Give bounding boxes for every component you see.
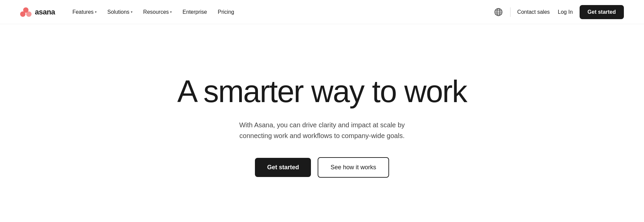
nav-link-resources[interactable]: Resources ▾ bbox=[139, 6, 176, 18]
get-started-nav-button[interactable]: Get started bbox=[580, 5, 624, 19]
nav-link-features-label: Features bbox=[72, 9, 94, 15]
nav-link-solutions-label: Solutions bbox=[107, 9, 129, 15]
hero-section: A smarter way to work With Asana, you ca… bbox=[0, 24, 644, 222]
nav-link-pricing-label: Pricing bbox=[218, 9, 234, 15]
nav-divider bbox=[510, 7, 511, 17]
globe-icon bbox=[494, 8, 503, 16]
nav-link-pricing[interactable]: Pricing bbox=[214, 6, 238, 18]
asana-logo-icon bbox=[20, 7, 32, 17]
navbar: asana Features ▾ Solutions ▾ Resources ▾… bbox=[0, 0, 644, 24]
log-in-link[interactable]: Log In bbox=[556, 6, 574, 18]
get-started-hero-button[interactable]: Get started bbox=[255, 158, 311, 177]
nav-right: Contact sales Log In Get started bbox=[492, 5, 624, 19]
nav-link-features[interactable]: Features ▾ bbox=[68, 6, 101, 18]
logo[interactable]: asana bbox=[20, 7, 55, 17]
nav-link-enterprise[interactable]: Enterprise bbox=[178, 6, 211, 18]
nav-links: Features ▾ Solutions ▾ Resources ▾ Enter… bbox=[68, 6, 238, 18]
svg-point-2 bbox=[23, 7, 29, 13]
nav-link-solutions[interactable]: Solutions ▾ bbox=[103, 6, 137, 18]
chevron-down-icon: ▾ bbox=[170, 10, 172, 14]
nav-link-resources-label: Resources bbox=[143, 9, 169, 15]
language-selector-button[interactable] bbox=[492, 6, 505, 18]
contact-sales-link[interactable]: Contact sales bbox=[516, 6, 551, 18]
logo-text: asana bbox=[35, 8, 55, 16]
nav-left: asana Features ▾ Solutions ▾ Resources ▾… bbox=[20, 6, 238, 18]
nav-link-enterprise-label: Enterprise bbox=[182, 9, 207, 15]
chevron-down-icon: ▾ bbox=[95, 10, 97, 14]
hero-buttons: Get started See how it works bbox=[255, 157, 389, 178]
hero-title: A smarter way to work bbox=[177, 75, 467, 108]
chevron-down-icon: ▾ bbox=[131, 10, 132, 14]
hero-subtitle: With Asana, you can drive clarity and im… bbox=[228, 120, 416, 141]
see-how-it-works-button[interactable]: See how it works bbox=[318, 157, 389, 178]
